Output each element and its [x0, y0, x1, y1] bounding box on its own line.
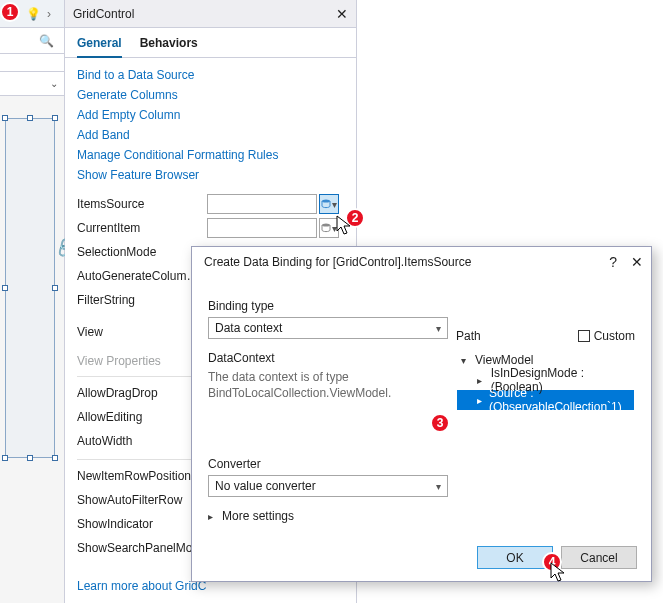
- cursor-icon: [550, 562, 568, 584]
- chevron-right-icon[interactable]: ›: [47, 7, 51, 21]
- lightbulb-icon[interactable]: 💡: [26, 7, 41, 21]
- panel-titlebar: GridControl ✕: [65, 0, 356, 28]
- tree-expander-icon[interactable]: [477, 395, 485, 406]
- prop-current-item-label: CurrentItem: [77, 221, 207, 235]
- tree-expander-icon[interactable]: [461, 355, 471, 366]
- converter-value: No value converter: [215, 479, 316, 493]
- learn-more-text[interactable]: Learn more about GridC: [77, 579, 206, 593]
- prop-items-source-label: ItemsSource: [77, 197, 207, 211]
- dialog-titlebar: Create Data Binding for [GridControl].It…: [192, 247, 651, 277]
- close-icon[interactable]: ✕: [336, 6, 348, 22]
- ok-button-label: OK: [506, 551, 523, 565]
- chevron-down-icon: ▾: [436, 481, 441, 492]
- checkbox-box: [578, 330, 590, 342]
- learn-more-link[interactable]: Learn more about GridC: [77, 579, 206, 593]
- svg-point-0: [322, 199, 330, 202]
- prop-auto-width[interactable]: AutoWidth: [77, 434, 207, 448]
- converter-combo[interactable]: No value converter ▾: [208, 475, 448, 497]
- ok-button[interactable]: OK: [477, 546, 553, 569]
- more-settings-label: More settings: [222, 509, 294, 523]
- quick-actions: Bind to a Data Source Generate Columns A…: [65, 58, 356, 188]
- left-dropdown[interactable]: ⌄: [0, 72, 64, 96]
- prop-show-indicator[interactable]: ShowIndicator: [77, 517, 207, 531]
- custom-label: Custom: [594, 329, 635, 343]
- chevron-right-icon: [208, 511, 218, 522]
- prop-show-auto-filter[interactable]: ShowAutoFilterRow: [77, 493, 207, 507]
- prop-items-source-binding-button[interactable]: ▾: [319, 194, 339, 214]
- data-context-label: DataContext: [208, 351, 438, 365]
- database-icon: [321, 223, 331, 233]
- prop-auto-generate[interactable]: AutoGenerateColum…: [77, 269, 207, 283]
- panel-title: GridControl: [73, 7, 134, 21]
- dialog-body: Binding type Data context ▾ DataContext …: [192, 277, 651, 523]
- search-icon[interactable]: 🔍: [39, 34, 54, 48]
- tab-general[interactable]: General: [77, 36, 122, 58]
- prop-selection-mode[interactable]: SelectionMode: [77, 245, 207, 259]
- link-manage-formatting[interactable]: Manage Conditional Formatting Rules: [77, 148, 344, 162]
- callout-3: 3: [430, 413, 450, 433]
- designer-left-strip: ← 💡 › 🔍 ⌄: [0, 0, 65, 603]
- dialog-help-icon[interactable]: ?: [609, 254, 617, 270]
- designer-selection[interactable]: [5, 118, 55, 458]
- chevron-down-icon: ▾: [436, 323, 441, 334]
- create-binding-dialog: Create Data Binding for [GridControl].It…: [191, 246, 652, 582]
- left-search-row: 🔍: [0, 28, 64, 54]
- cursor-icon: [336, 215, 354, 237]
- tree-root-label: ViewModel: [475, 353, 533, 367]
- prop-allow-drag-drop[interactable]: AllowDragDrop: [77, 386, 207, 400]
- custom-checkbox[interactable]: Custom: [578, 329, 635, 343]
- prop-items-source-input[interactable]: [207, 194, 317, 214]
- prop-allow-editing[interactable]: AllowEditing: [77, 410, 207, 424]
- prop-current-item-row: CurrentItem ▾: [77, 216, 356, 240]
- prop-items-source-row: ItemsSource ▾: [77, 192, 356, 216]
- binding-type-combo[interactable]: Data context ▾: [208, 317, 448, 339]
- link-feature-browser[interactable]: Show Feature Browser: [77, 168, 344, 182]
- chevron-down-icon: ⌄: [50, 78, 58, 89]
- prop-show-search-panel[interactable]: ShowSearchPanelMo…: [77, 541, 207, 555]
- cancel-button-label: Cancel: [580, 551, 617, 565]
- dialog-title: Create Data Binding for [GridControl].It…: [204, 255, 471, 269]
- tab-behaviors[interactable]: Behaviors: [140, 36, 198, 57]
- link-generate-columns[interactable]: Generate Columns: [77, 88, 344, 102]
- link-add-empty-column[interactable]: Add Empty Column: [77, 108, 344, 122]
- binding-type-label: Binding type: [208, 299, 438, 313]
- binding-type-value: Data context: [215, 321, 282, 335]
- link-add-band[interactable]: Add Band: [77, 128, 344, 142]
- database-icon: [321, 199, 331, 209]
- svg-point-1: [322, 223, 330, 226]
- callout-1: 1: [0, 2, 20, 22]
- dialog-close-icon[interactable]: ✕: [631, 254, 643, 270]
- prop-new-item-row[interactable]: NewItemRowPosition: [77, 469, 207, 483]
- prop-current-item-input[interactable]: [207, 218, 317, 238]
- converter-label: Converter: [208, 457, 635, 471]
- prop-view[interactable]: View: [77, 325, 207, 339]
- panel-tabs: General Behaviors: [65, 28, 356, 58]
- data-context-text: The data context is of type BindToLocalC…: [208, 369, 438, 401]
- more-settings-expander[interactable]: More settings: [208, 509, 635, 523]
- tree-node-label: Source : (ObservableCollection`1): [489, 386, 634, 414]
- path-tree: ViewModel IsInDesignMode : (Boolean) Sou…: [456, 349, 635, 411]
- link-bind-source[interactable]: Bind to a Data Source: [77, 68, 344, 82]
- left-blank-row: [0, 54, 64, 72]
- tree-expander-icon[interactable]: [477, 375, 487, 386]
- prop-filter-string[interactable]: FilterString: [77, 293, 207, 307]
- path-label: Path: [456, 329, 481, 343]
- cancel-button[interactable]: Cancel: [561, 546, 637, 569]
- tree-node-source[interactable]: Source : (ObservableCollection`1): [457, 390, 634, 410]
